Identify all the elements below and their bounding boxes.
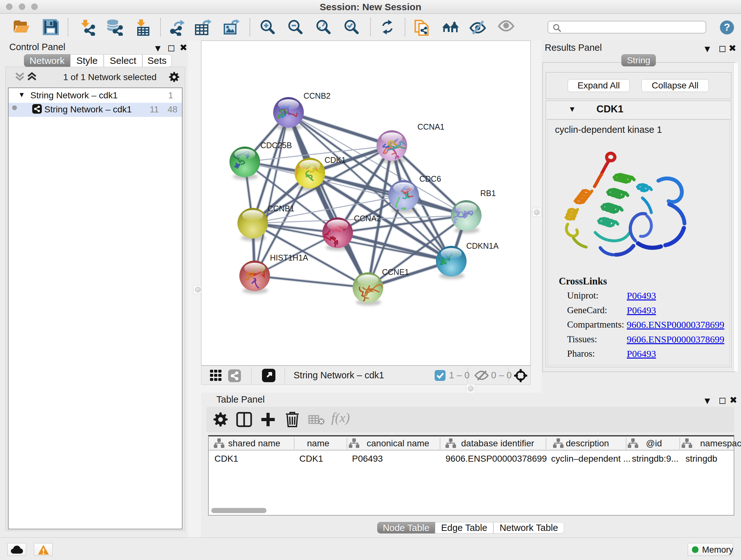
svg-text:CDC25B: CDC25B: [260, 141, 292, 150]
svg-text:CDK1: CDK1: [325, 155, 346, 165]
svg-text:RB1: RB1: [480, 189, 496, 198]
svg-text:CCNA1: CCNA1: [417, 122, 445, 131]
svg-text:CCNB2: CCNB2: [304, 91, 331, 100]
svg-text:CCNE1: CCNE1: [382, 267, 409, 276]
svg-text:CDC6: CDC6: [419, 174, 441, 183]
svg-text:?: ?: [724, 21, 730, 33]
svg-text:HIST1H1A: HIST1H1A: [270, 253, 308, 262]
svg-text:CCNA2: CCNA2: [354, 214, 381, 223]
svg-text:CCNB1: CCNB1: [267, 204, 294, 213]
svg-text:CDKN1A: CDKN1A: [466, 241, 499, 250]
